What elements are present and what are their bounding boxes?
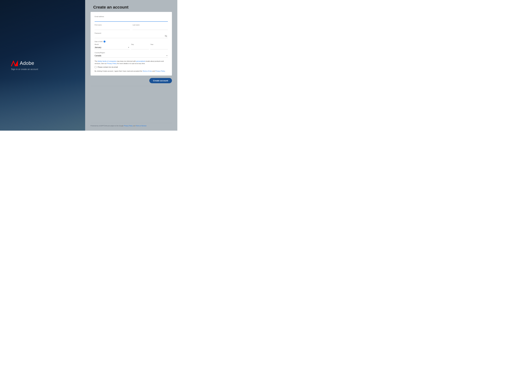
country-select[interactable]: Canada United States United Kingdom Aust… <box>95 54 168 58</box>
dob-field-group: Date of birth i Month January February M… <box>95 41 168 49</box>
dob-label: Date of birth <box>95 41 103 42</box>
month-select[interactable]: January February March April May June Ju… <box>95 46 130 49</box>
adobe-wordmark: Adobe <box>20 60 34 66</box>
name-row: First name Last name <box>95 24 168 32</box>
day-input[interactable] <box>131 46 149 49</box>
left-panel: Adobe Sign in or create an account <box>0 0 92 131</box>
first-name-label: First name <box>95 24 130 26</box>
right-panel: Create an account Email address First na… <box>85 0 177 131</box>
create-account-button[interactable]: Create account <box>149 78 172 83</box>
month-label: Month <box>95 44 130 45</box>
agreement-text: By clicking Create account, I agree that… <box>95 70 168 72</box>
contact-checkbox[interactable] <box>95 66 97 68</box>
contact-checkbox-label: Please contact me via email <box>98 66 118 68</box>
dob-row: Month January February March April May J… <box>95 44 168 49</box>
country-label: Country/Region <box>95 52 168 53</box>
last-name-input[interactable] <box>133 26 168 30</box>
adobe-family-link[interactable]: Adobe family of companies <box>98 60 116 62</box>
create-btn-wrapper: Create account <box>91 78 172 83</box>
day-label: Day <box>131 44 149 45</box>
password-field-group: Password <box>95 32 168 38</box>
first-name-input[interactable] <box>95 26 130 30</box>
password-label: Password <box>95 32 168 34</box>
dob-month-group: Month January February March April May J… <box>95 44 130 49</box>
recaptcha-terms-link[interactable]: Terms of Service <box>136 125 146 126</box>
password-wrapper <box>95 34 168 38</box>
privacy-policy-link-1[interactable]: Privacy Policy <box>107 63 117 64</box>
country-field-group: Country/Region Canada United States Unit… <box>95 52 168 58</box>
recaptcha-privacy-link[interactable]: Privacy Policy <box>124 125 133 126</box>
consent-text: The Adobe family of companies may keep m… <box>95 60 168 65</box>
month-select-wrapper: January February March April May June Ju… <box>95 46 130 49</box>
email-field-group: Email address <box>95 16 168 22</box>
year-input[interactable] <box>150 46 168 49</box>
adobe-logo-group: Adobe <box>11 60 92 66</box>
email-label: Email address <box>95 16 168 17</box>
year-label: Year <box>150 44 168 45</box>
adobe-icon <box>11 60 18 66</box>
contact-checkbox-row: Please contact me via email <box>95 66 168 68</box>
personalized-link[interactable]: personalized <box>136 60 145 62</box>
eye-slash-icon[interactable] <box>165 35 167 37</box>
dob-label-row: Date of birth i <box>95 41 168 42</box>
dob-year-group: Year <box>150 44 168 49</box>
form-card: Email address First name Last name Passw… <box>91 12 172 75</box>
footer-text: Protected by reCAPTCHA and subject to th… <box>91 123 172 126</box>
country-select-wrapper: Canada United States United Kingdom Aust… <box>95 54 168 58</box>
dob-info-icon[interactable]: i <box>103 41 105 42</box>
first-name-field-group: First name <box>95 24 130 30</box>
adobe-tagline: Sign in or create an account <box>11 68 92 70</box>
privacy-policy-link-2[interactable]: Privacy Policy <box>155 70 165 72</box>
last-name-label: Last name <box>133 24 168 26</box>
terms-of-use-link[interactable]: Terms of Use <box>143 70 152 72</box>
footer-divider <box>91 86 172 86</box>
page-title: Create an account <box>93 5 128 9</box>
dob-day-group: Day <box>131 44 149 49</box>
password-input[interactable] <box>95 34 168 38</box>
last-name-field-group: Last name <box>133 24 168 30</box>
email-input[interactable] <box>95 18 168 22</box>
